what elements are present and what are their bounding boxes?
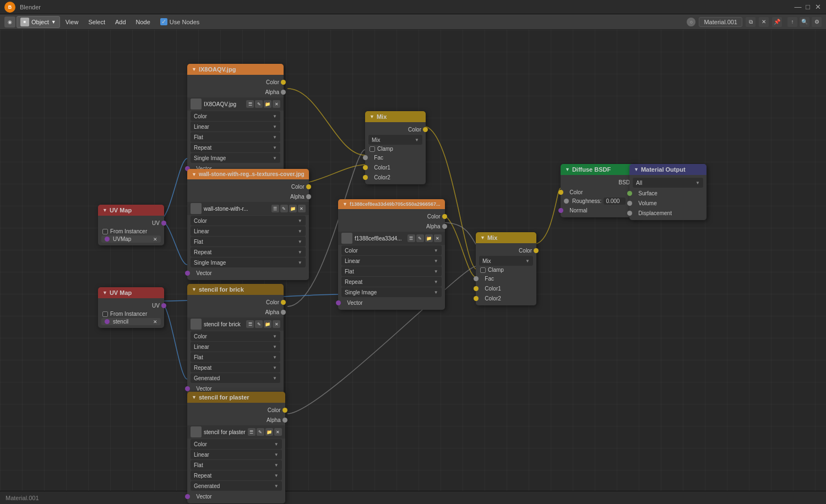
f1388-singleimage-dd[interactable]: Single Image ▼ (341, 287, 442, 297)
vector-socket[interactable] (185, 271, 190, 276)
use-nodes-toggle[interactable]: ✓ Use Nodes (160, 18, 199, 25)
color-socket[interactable] (282, 408, 287, 413)
color-socket[interactable] (558, 190, 563, 195)
img-edit-btn[interactable]: ✎ (255, 100, 263, 108)
img-x-btn[interactable]: ✕ (434, 234, 442, 242)
color-socket[interactable] (281, 80, 286, 85)
color-socket[interactable] (534, 248, 539, 253)
copy-material-button[interactable]: ⧉ (746, 17, 756, 27)
img-x-btn[interactable]: ✕ (298, 205, 306, 212)
material-name-field[interactable]: Material.001 (699, 17, 742, 27)
ix8oaqv-color-dd[interactable]: Color ▼ (191, 111, 280, 121)
stencil-socket[interactable] (105, 319, 110, 324)
color-socket[interactable] (423, 127, 428, 132)
uvmap1-x-btn[interactable]: ✕ (153, 237, 157, 242)
surface-socket[interactable] (627, 191, 632, 196)
img-browse-btn[interactable]: ☰ (246, 320, 254, 328)
menu-select[interactable]: Select (84, 17, 110, 27)
uvmap2-x-btn[interactable]: ✕ (153, 319, 157, 325)
uvmap-socket[interactable] (105, 237, 110, 242)
stencil-brick-generated-dd[interactable]: Generated ▼ (191, 373, 280, 383)
ix8oaqv-linear-dd[interactable]: Linear ▼ (191, 122, 280, 132)
fac-socket[interactable] (474, 276, 479, 281)
stencil-brick-flat-dd[interactable]: Flat ▼ (191, 352, 280, 362)
ix8oaqv-repeat-dd[interactable]: Repeat ▼ (191, 143, 280, 152)
vector-socket[interactable] (336, 300, 341, 305)
node-material-output-header[interactable]: ▼ Material Output (629, 164, 707, 175)
alpha-socket[interactable] (281, 310, 286, 315)
wall-stone-color-dd[interactable]: Color ▼ (191, 216, 306, 226)
menu-node[interactable]: Node (132, 17, 155, 27)
ix8oaqv-singleimage-dd[interactable]: Single Image ▼ (191, 153, 280, 163)
stencil-plaster-repeat-dd[interactable]: Repeat ▼ (191, 470, 282, 480)
wall-stone-singleimage-dd[interactable]: Single Image ▼ (191, 258, 306, 267)
wall-stone-flat-dd[interactable]: Flat ▼ (191, 237, 306, 246)
ix8oaqv-flat-dd[interactable]: Flat ▼ (191, 132, 280, 142)
uvmap2-stencil-field[interactable]: stencil ✕ (101, 318, 161, 325)
node-stencil-plaster-header[interactable]: ▼ stencil for plaster (187, 392, 285, 403)
wall-stone-linear-dd[interactable]: Linear ▼ (191, 226, 306, 236)
unlink-material-button[interactable]: ✕ (759, 17, 769, 27)
stencil-brick-color-dd[interactable]: Color ▼ (191, 331, 280, 341)
mix1-mix-dd[interactable]: Mix ▼ (368, 135, 422, 145)
node-f1388-header[interactable]: ▼ f1388cef8ea33d49b705c550a2966567... (338, 199, 445, 209)
color-socket[interactable] (306, 184, 311, 189)
img-x-btn[interactable]: ✕ (273, 320, 280, 328)
node-uvmap2-header[interactable]: ▼ UV Map (98, 287, 164, 298)
node-ix8oaqv-header[interactable]: ▼ IX8OAQV.jpg (187, 64, 284, 75)
object-mode-selector[interactable]: ■ Object ▼ (17, 16, 60, 28)
img-folder-btn[interactable]: 📁 (264, 320, 271, 328)
img-folder-btn[interactable]: 📁 (289, 205, 297, 212)
menu-add[interactable]: Add (111, 17, 131, 27)
img-x-btn[interactable]: ✕ (274, 428, 282, 436)
color2-socket[interactable] (474, 296, 479, 301)
maximize-button[interactable]: □ (804, 3, 812, 11)
minimize-button[interactable]: — (794, 3, 802, 11)
stencil-plaster-color-dd[interactable]: Color ▼ (191, 439, 282, 449)
img-edit-btn[interactable]: ✎ (416, 234, 424, 242)
close-button[interactable]: ✕ (814, 3, 822, 11)
volume-socket[interactable] (627, 201, 632, 206)
stencil-plaster-flat-dd[interactable]: Flat ▼ (191, 460, 282, 470)
wall-stone-repeat-dd[interactable]: Repeat ▼ (191, 247, 306, 257)
clamp-checkbox[interactable] (480, 267, 486, 273)
img-browse-btn[interactable]: ☰ (407, 234, 415, 242)
node-mix2-header[interactable]: ▼ Mix (476, 232, 536, 243)
f1388-linear-dd[interactable]: Linear ▼ (341, 256, 442, 266)
alpha-socket[interactable] (442, 224, 447, 229)
node-mix1-header[interactable]: ▼ Mix (365, 111, 426, 122)
clamp-checkbox[interactable] (369, 146, 375, 152)
fac-socket[interactable] (363, 155, 368, 160)
use-nodes-checkbox[interactable]: ✓ (160, 18, 167, 25)
f1388-flat-dd[interactable]: Flat ▼ (341, 266, 442, 276)
zoom-icon[interactable]: 🔍 (800, 17, 809, 27)
displacement-socket[interactable] (627, 211, 632, 216)
from-instancer-checkbox[interactable] (102, 229, 108, 234)
roughness-socket[interactable] (564, 199, 569, 204)
uv-socket[interactable] (161, 303, 166, 308)
from-instancer-checkbox[interactable] (102, 311, 108, 317)
color-socket[interactable] (442, 214, 447, 219)
stencil-brick-linear-dd[interactable]: Linear ▼ (191, 342, 280, 352)
f1388-color-dd[interactable]: Color ▼ (341, 245, 442, 255)
node-wall-stone-header[interactable]: ▼ wall-stone-with-reg..s-textures-cover.… (187, 169, 309, 179)
img-folder-btn[interactable]: 📁 (265, 428, 273, 436)
img-edit-btn[interactable]: ✎ (280, 205, 288, 212)
stencil-brick-repeat-dd[interactable]: Repeat ▼ (191, 363, 280, 372)
stencil-plaster-generated-dd[interactable]: Generated ▼ (191, 481, 282, 491)
f1388-repeat-dd[interactable]: Repeat ▼ (341, 277, 442, 287)
img-browse-btn[interactable]: ☰ (248, 428, 256, 436)
alpha-socket[interactable] (282, 418, 287, 423)
color-socket[interactable] (281, 300, 286, 305)
node-uvmap1-header[interactable]: ▼ UV Map (98, 205, 164, 216)
img-x-btn[interactable]: ✕ (273, 100, 280, 108)
material-output-all-dd[interactable]: All ▼ (633, 178, 703, 188)
color1-socket[interactable] (363, 165, 368, 170)
img-folder-btn[interactable]: 📁 (425, 234, 433, 242)
color2-socket[interactable] (363, 175, 368, 180)
img-browse-btn[interactable]: ☰ (271, 205, 279, 212)
uvmap1-uvmap-field[interactable]: UVMap ✕ (101, 235, 161, 243)
stencil-plaster-linear-dd[interactable]: Linear ▼ (191, 450, 282, 459)
normal-socket[interactable] (558, 208, 563, 213)
img-browse-btn[interactable]: ☰ (246, 100, 254, 108)
